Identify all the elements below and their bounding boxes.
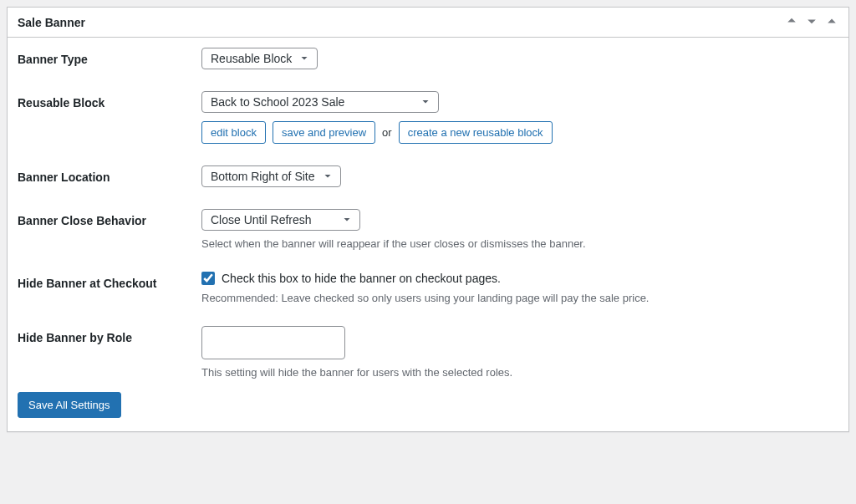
reusable-block-content: Back to School 2023 Sale edit block save… (201, 91, 838, 144)
banner-location-select[interactable]: Bottom Right of Site (201, 165, 341, 187)
or-text: or (382, 126, 392, 139)
edit-block-button[interactable]: edit block (201, 121, 266, 144)
reusable-block-actions: edit block save and preview or create a … (201, 121, 838, 144)
sale-banner-panel: Sale Banner Banner Type Reusable Block (7, 7, 849, 432)
save-and-preview-button[interactable]: save and preview (273, 121, 375, 144)
chevron-down-icon (322, 171, 334, 182)
reusable-block-label: Reusable Block (18, 91, 201, 109)
banner-type-row: Banner Type Reusable Block (18, 48, 838, 69)
hide-banner-role-input[interactable] (201, 326, 345, 359)
hide-banner-role-description: This setting will hide the banner for us… (201, 366, 838, 379)
banner-type-value: Reusable Block (211, 52, 292, 65)
banner-location-row: Banner Location Bottom Right of Site (18, 165, 838, 187)
panel-body: Banner Type Reusable Block Reusable Bloc… (8, 38, 848, 431)
banner-close-behavior-value: Close Until Refresh (211, 213, 312, 227)
banner-close-behavior-label: Banner Close Behavior (18, 209, 201, 227)
hide-banner-checkout-checkbox-row: Check this box to hide the banner on che… (201, 272, 838, 285)
chevron-down-icon (420, 96, 431, 108)
hide-banner-checkout-row: Hide Banner at Checkout Check this box t… (18, 272, 838, 304)
banner-close-behavior-description: Select when the banner will reappear if … (201, 237, 838, 250)
banner-location-content: Bottom Right of Site (201, 165, 838, 187)
banner-location-value: Bottom Right of Site (211, 170, 315, 183)
toggle-panel-icon[interactable] (825, 14, 838, 30)
chevron-down-icon (341, 214, 353, 226)
create-new-reusable-block-button[interactable]: create a new reusable block (399, 121, 553, 144)
banner-type-select[interactable]: Reusable Block (201, 48, 318, 69)
save-all-settings-button[interactable]: Save All Settings (18, 392, 121, 418)
banner-close-behavior-select[interactable]: Close Until Refresh (201, 209, 360, 231)
hide-banner-checkout-checkbox[interactable] (201, 272, 215, 285)
hide-banner-role-row: Hide Banner by Role This setting will hi… (18, 326, 838, 379)
hide-banner-checkout-label: Hide Banner at Checkout (18, 272, 201, 290)
hide-banner-checkout-description: Recommended: Leave checked so only users… (201, 292, 838, 304)
panel-title: Sale Banner (18, 16, 85, 29)
hide-banner-checkout-content: Check this box to hide the banner on che… (201, 272, 838, 304)
banner-type-content: Reusable Block (201, 48, 838, 69)
banner-close-behavior-row: Banner Close Behavior Close Until Refres… (18, 209, 838, 250)
banner-type-label: Banner Type (18, 48, 201, 66)
reusable-block-row: Reusable Block Back to School 2023 Sale … (18, 91, 838, 144)
panel-header-controls (785, 14, 838, 30)
panel-header: Sale Banner (8, 8, 848, 38)
chevron-down-icon (298, 53, 310, 64)
move-down-icon[interactable] (805, 14, 818, 30)
hide-banner-role-label: Hide Banner by Role (18, 326, 201, 344)
hide-banner-checkout-checkbox-label: Check this box to hide the banner on che… (222, 272, 501, 285)
reusable-block-value: Back to School 2023 Sale (211, 95, 344, 109)
move-up-icon[interactable] (785, 14, 798, 30)
reusable-block-select[interactable]: Back to School 2023 Sale (201, 91, 439, 113)
hide-banner-role-content: This setting will hide the banner for us… (201, 326, 838, 379)
banner-location-label: Banner Location (18, 165, 201, 184)
banner-close-behavior-content: Close Until Refresh Select when the bann… (201, 209, 838, 250)
